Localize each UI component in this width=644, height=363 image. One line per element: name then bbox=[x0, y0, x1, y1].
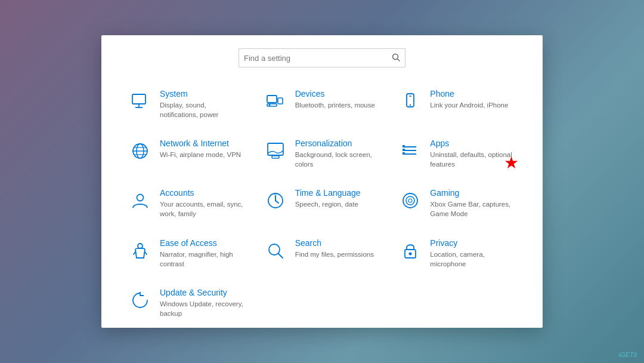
svg-rect-24 bbox=[402, 152, 405, 155]
item-title: Network & Internet bbox=[160, 139, 241, 148]
item-title: System bbox=[160, 89, 246, 99]
svg-text:A: A bbox=[274, 192, 277, 196]
update-icon bbox=[128, 288, 153, 313]
svg-point-33 bbox=[138, 244, 143, 248]
item-text: PersonalizationBackground, lock screen, … bbox=[295, 139, 382, 169]
settings-item-system[interactable]: SystemDisplay, sound, notifications, pow… bbox=[119, 78, 255, 128]
item-title: Time & Language bbox=[295, 188, 361, 198]
svg-point-11 bbox=[410, 104, 411, 106]
item-title: Search bbox=[295, 238, 374, 248]
svg-line-37 bbox=[278, 254, 283, 258]
settings-item-phone[interactable]: PhoneLink your Android, iPhone bbox=[389, 78, 525, 128]
settings-item-personalization[interactable]: PersonalizationBackground, lock screen, … bbox=[255, 128, 390, 177]
item-title: Phone bbox=[430, 89, 508, 99]
svg-point-31 bbox=[406, 196, 414, 205]
item-desc: Uninstall, defaults, optional features bbox=[430, 150, 516, 169]
item-title: Devices bbox=[295, 89, 375, 99]
item-title: Gaming bbox=[430, 188, 516, 198]
settings-item-gaming[interactable]: GamingXbox Game Bar, captures, Game Mode bbox=[389, 177, 525, 227]
search-input[interactable] bbox=[244, 54, 392, 63]
gaming-icon bbox=[398, 188, 423, 213]
item-text: PrivacyLocation, camera, microphone bbox=[430, 238, 516, 269]
item-desc: Your accounts, email, sync, work, family bbox=[160, 199, 246, 219]
settings-item-apps[interactable]: AppsUninstall, defaults, optional featur… bbox=[389, 128, 525, 177]
item-title: Accounts bbox=[160, 188, 246, 198]
svg-rect-22 bbox=[402, 145, 405, 147]
search-bar-container bbox=[101, 35, 543, 78]
item-desc: Wi-Fi, airplane mode, VPN bbox=[160, 150, 241, 159]
watermark: iGETit bbox=[619, 351, 637, 358]
item-title: Update & Security bbox=[160, 288, 246, 297]
item-text: SearchFind my files, permissions bbox=[295, 238, 374, 259]
item-desc: Narrator, magnifier, high contrast bbox=[160, 250, 246, 269]
settings-item-ease[interactable]: Ease of AccessNarrator, magnifier, high … bbox=[119, 227, 255, 277]
item-text: DevicesBluetooth, printers, mouse bbox=[295, 89, 375, 110]
settings-window: SystemDisplay, sound, notifications, pow… bbox=[101, 35, 543, 328]
svg-point-39 bbox=[409, 252, 412, 255]
item-desc: Speech, region, date bbox=[295, 199, 361, 209]
svg-point-30 bbox=[403, 193, 417, 208]
svg-line-28 bbox=[275, 201, 278, 203]
item-desc: Background, lock screen, colors bbox=[295, 150, 382, 169]
item-desc: Display, sound, notifications, power bbox=[160, 100, 246, 119]
item-text: Ease of AccessNarrator, magnifier, high … bbox=[160, 238, 246, 269]
item-title: Privacy bbox=[430, 238, 516, 248]
search-icon bbox=[263, 238, 288, 263]
settings-item-accounts[interactable]: AccountsYour accounts, email, sync, work… bbox=[119, 177, 255, 227]
svg-rect-8 bbox=[267, 104, 277, 106]
item-text: GamingXbox Game Bar, captures, Game Mode bbox=[430, 188, 516, 219]
phone-icon bbox=[398, 89, 423, 114]
search-bar[interactable] bbox=[239, 48, 405, 67]
svg-line-35 bbox=[145, 252, 147, 254]
apps-icon bbox=[398, 139, 423, 164]
personalization-icon bbox=[263, 139, 288, 164]
item-text: Network & InternetWi-Fi, airplane mode, … bbox=[160, 139, 241, 159]
item-text: SystemDisplay, sound, notifications, pow… bbox=[160, 89, 246, 119]
settings-grid: SystemDisplay, sound, notifications, pow… bbox=[101, 78, 543, 339]
item-desc: Find my files, permissions bbox=[295, 250, 374, 259]
settings-item-privacy[interactable]: PrivacyLocation, camera, microphone bbox=[389, 227, 525, 277]
settings-item-update[interactable]: Update & SecurityWindows Update, recover… bbox=[119, 277, 255, 327]
item-title: Apps bbox=[430, 139, 516, 148]
svg-point-7 bbox=[268, 104, 270, 106]
privacy-icon bbox=[398, 238, 423, 263]
svg-point-25 bbox=[137, 195, 144, 201]
item-text: AppsUninstall, defaults, optional featur… bbox=[430, 139, 516, 169]
svg-rect-2 bbox=[132, 94, 145, 104]
svg-line-1 bbox=[398, 59, 400, 61]
svg-rect-17 bbox=[268, 143, 283, 155]
item-text: PhoneLink your Android, iPhone bbox=[430, 89, 508, 110]
item-text: Time & LanguageSpeech, region, date bbox=[295, 188, 361, 209]
network-icon bbox=[128, 139, 153, 164]
item-desc: Windows Update, recovery, backup bbox=[160, 299, 246, 318]
item-desc: Xbox Game Bar, captures, Game Mode bbox=[430, 199, 516, 219]
settings-item-network[interactable]: Network & InternetWi-Fi, airplane mode, … bbox=[119, 128, 255, 177]
item-text: AccountsYour accounts, email, sync, work… bbox=[160, 188, 246, 219]
settings-item-search[interactable]: SearchFind my files, permissions bbox=[255, 227, 390, 277]
time-icon: A bbox=[263, 188, 288, 213]
item-desc: Link your Android, iPhone bbox=[430, 100, 508, 110]
svg-rect-6 bbox=[278, 98, 283, 104]
settings-item-time[interactable]: A Time & LanguageSpeech, region, date bbox=[255, 177, 390, 227]
ease-icon bbox=[128, 238, 153, 263]
item-text: Update & SecurityWindows Update, recover… bbox=[160, 288, 246, 318]
item-title: Personalization bbox=[295, 139, 382, 148]
system-icon bbox=[128, 89, 153, 114]
devices-icon bbox=[263, 89, 288, 114]
svg-line-34 bbox=[134, 252, 135, 254]
settings-item-devices[interactable]: DevicesBluetooth, printers, mouse bbox=[255, 78, 390, 128]
svg-rect-23 bbox=[402, 149, 405, 151]
item-desc: Location, camera, microphone bbox=[430, 250, 516, 269]
accounts-icon bbox=[128, 188, 153, 213]
item-desc: Bluetooth, printers, mouse bbox=[295, 100, 375, 110]
svg-point-32 bbox=[408, 199, 412, 202]
item-title: Ease of Access bbox=[160, 238, 246, 248]
search-icon bbox=[392, 53, 400, 63]
svg-rect-18 bbox=[272, 156, 279, 158]
svg-rect-5 bbox=[267, 96, 277, 103]
